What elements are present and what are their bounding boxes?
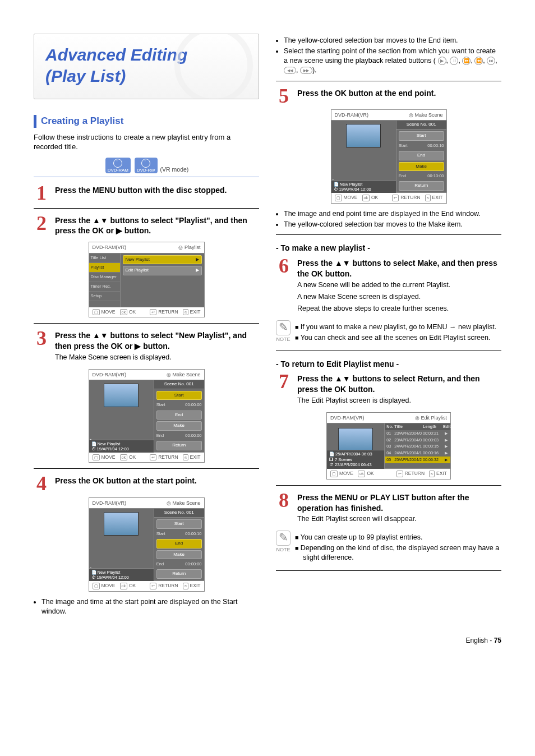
right-top-bullets: The yellow-colored selection bar moves t… xyxy=(276,36,501,75)
step-4: 4 Press the OK button at the start point… xyxy=(34,474,259,492)
step-text: Press the ▲▼ buttons to select Make, and… xyxy=(297,258,501,279)
subhead-return: - To return to Edit Playlist menu - xyxy=(276,359,501,370)
step-5: 5 Press the OK button at the end point. xyxy=(276,87,501,105)
step-3: 3 Press the ▲▼ buttons to select "New Pl… xyxy=(34,329,259,365)
step-subtext: Repeat the above steps to create further… xyxy=(297,304,501,314)
divider xyxy=(276,234,501,235)
step-number: 4 xyxy=(34,474,49,492)
step-7: 7 Press the ▲▼ buttons to select Return,… xyxy=(276,372,501,408)
note-item: Depending on the kind of disc, the displ… xyxy=(295,543,501,563)
play-icon: ▶ xyxy=(438,57,446,65)
section-heading: Creating a Playlist xyxy=(34,115,259,128)
step-number: 2 xyxy=(34,214,49,232)
note-item: You can check and see all the scenes on … xyxy=(295,333,501,343)
step-subtext: The Make Scene screen is displayed. xyxy=(55,353,259,362)
title-line1: Advanced Editing xyxy=(45,45,187,64)
osd-make-scene-endpoint: DVD-RAM(VR)◎ Make Scene 00:10:00 📄 New P… xyxy=(331,109,447,204)
step-text: Press the ▲▼ buttons to select Return, a… xyxy=(297,374,501,395)
subhead-new-playlist: - To make a new playlist - xyxy=(276,243,501,253)
vr-mode-note: (VR mode) xyxy=(160,166,189,173)
next-icon: ⏭ xyxy=(487,57,495,65)
divider xyxy=(276,570,501,571)
section-intro: Follow these instructions to create a ne… xyxy=(34,132,259,152)
step-subtext: A new Scene will be added to the current… xyxy=(297,280,501,290)
step-subtext: A new Make Scene screen is displayed. xyxy=(297,292,501,302)
ff-icon: ▶▶ xyxy=(300,67,312,74)
step-text: Press the OK button at the start point. xyxy=(55,476,259,486)
step-subtext: The Edit Playlist screen will disappear. xyxy=(297,514,501,524)
step-6: 6 Press the ▲▼ buttons to select Make, a… xyxy=(276,257,501,315)
step-fwd-icon: ⏩ xyxy=(462,57,471,65)
step-number: 5 xyxy=(276,87,292,105)
step-text: Press the MENU or PLAY LIST button after… xyxy=(297,492,501,514)
note-block-1: ✎ NOTE If you want to make a new playlis… xyxy=(276,320,501,345)
step4-bullets: The image and time at the start point ar… xyxy=(34,597,259,616)
step-text: Press the MENU button with the disc stop… xyxy=(55,185,259,196)
disc-badge-ram: DVD-RAM xyxy=(105,158,131,173)
note-item: You can create up to 99 playlist entries… xyxy=(295,533,501,542)
step-8: 8 Press the MENU or PLAY LIST button aft… xyxy=(276,491,501,527)
osd-make-scene-startpoint: DVD-RAM(VR)◎ Make Scene 00:00:10 📄 New P… xyxy=(89,497,205,592)
step-2: 2 Press the ▲▼ buttons to select "Playli… xyxy=(34,214,259,238)
divider xyxy=(34,208,259,209)
step-text: Press the OK button at the end point. xyxy=(297,88,501,99)
step-number: 3 xyxy=(34,329,49,347)
divider xyxy=(34,468,259,469)
step-number: 8 xyxy=(276,491,292,509)
note-label: NOTE xyxy=(276,546,290,553)
disc-badge-rw: DVD-RW xyxy=(135,158,158,173)
osd-playlist-menu: DVD-RAM(VR)◎ Playlist Title List Playlis… xyxy=(89,242,205,317)
step-number: 1 xyxy=(34,184,49,202)
pause-icon: ⏸ xyxy=(450,57,458,65)
divider xyxy=(34,323,259,324)
osd-edit-playlist: DVD-RAM(VR)◎ Edit Playlist 📄 25/APR/2004… xyxy=(326,412,451,480)
step-back-icon: ⏪ xyxy=(474,57,483,65)
note-icon: ✎ xyxy=(276,531,290,546)
page-footer: English - 75 xyxy=(34,636,501,645)
step5-bullets: The image and end point time are display… xyxy=(276,209,501,229)
title-line2: (Play List) xyxy=(45,67,126,85)
rew-icon: ◀◀ xyxy=(284,67,296,74)
step-1: 1 Press the MENU button with the disc st… xyxy=(34,184,259,202)
step-subtext: The Edit Playlist screen is displayed. xyxy=(297,396,501,405)
step-text: Press the ▲▼ buttons to select "Playlist… xyxy=(55,215,259,237)
osd-make-scene-start: DVD-RAM(VR)◎ Make Scene 00:00:10 📄 New P… xyxy=(89,369,205,463)
note-icon: ✎ xyxy=(276,320,290,335)
note-label: NOTE xyxy=(276,336,290,343)
note-block-2: ✎ NOTE You can create up to 99 playlist … xyxy=(276,531,501,565)
step-number: 7 xyxy=(276,372,292,390)
divider xyxy=(276,485,501,486)
disc-compat-row: DVD-RAM DVD-RW (VR mode) xyxy=(34,158,259,173)
divider xyxy=(276,351,501,351)
chapter-title-box: Advanced Editing (Play List) xyxy=(34,34,259,99)
divider xyxy=(276,81,501,81)
step-text: Press the ▲▼ buttons to select "New Play… xyxy=(55,330,259,352)
divider xyxy=(34,177,259,177)
note-item: If you want to make a new playlist, go t… xyxy=(295,322,501,332)
step-number: 6 xyxy=(276,257,292,275)
